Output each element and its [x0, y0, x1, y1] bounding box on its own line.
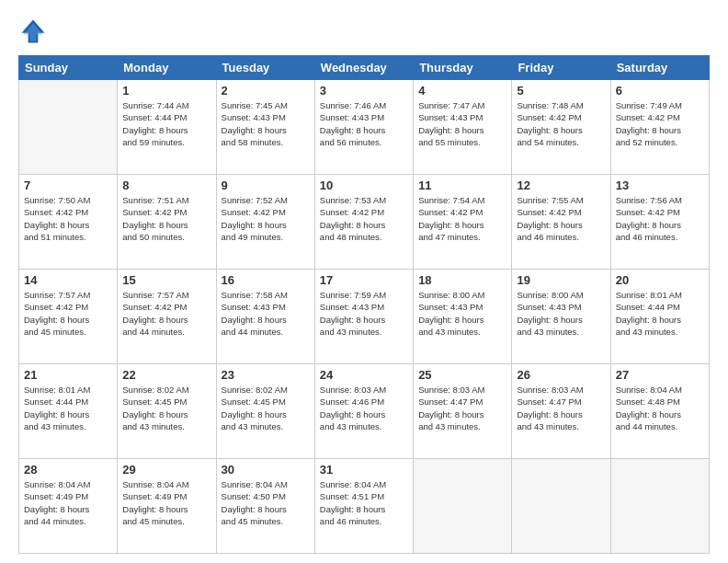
- day-info: Sunrise: 7:53 AM Sunset: 4:42 PM Dayligh…: [320, 194, 408, 243]
- calendar-cell: 13Sunrise: 7:56 AM Sunset: 4:42 PM Dayli…: [610, 175, 709, 270]
- day-number: 6: [616, 84, 704, 98]
- day-number: 5: [517, 84, 605, 98]
- day-info: Sunrise: 7:56 AM Sunset: 4:42 PM Dayligh…: [616, 194, 704, 243]
- week-row-3: 14Sunrise: 7:57 AM Sunset: 4:42 PM Dayli…: [19, 270, 710, 364]
- calendar-cell: 31Sunrise: 8:04 AM Sunset: 4:51 PM Dayli…: [314, 459, 413, 554]
- calendar-cell: 3Sunrise: 7:46 AM Sunset: 4:43 PM Daylig…: [314, 80, 413, 175]
- weekday-header-friday: Friday: [512, 56, 610, 80]
- day-info: Sunrise: 7:47 AM Sunset: 4:43 PM Dayligh…: [418, 99, 506, 148]
- day-number: 26: [517, 368, 605, 382]
- calendar-cell: 7Sunrise: 7:50 AM Sunset: 4:42 PM Daylig…: [19, 175, 118, 270]
- calendar-cell: 18Sunrise: 8:00 AM Sunset: 4:43 PM Dayli…: [414, 270, 512, 364]
- day-info: Sunrise: 7:59 AM Sunset: 4:43 PM Dayligh…: [320, 289, 408, 338]
- day-info: Sunrise: 8:00 AM Sunset: 4:43 PM Dayligh…: [517, 289, 605, 338]
- day-info: Sunrise: 8:03 AM Sunset: 4:46 PM Dayligh…: [320, 384, 408, 432]
- weekday-header-wednesday: Wednesday: [314, 56, 413, 80]
- calendar-cell: 14Sunrise: 7:57 AM Sunset: 4:42 PM Dayli…: [19, 270, 118, 364]
- day-info: Sunrise: 8:04 AM Sunset: 4:49 PM Dayligh…: [24, 478, 112, 527]
- calendar-cell: 16Sunrise: 7:58 AM Sunset: 4:43 PM Dayli…: [216, 270, 314, 364]
- day-info: Sunrise: 8:01 AM Sunset: 4:44 PM Dayligh…: [24, 384, 112, 432]
- day-number: 25: [418, 368, 506, 382]
- calendar-cell: 28Sunrise: 8:04 AM Sunset: 4:49 PM Dayli…: [19, 459, 118, 554]
- week-row-2: 7Sunrise: 7:50 AM Sunset: 4:42 PM Daylig…: [19, 175, 710, 270]
- calendar-cell: [610, 459, 709, 554]
- day-info: Sunrise: 8:04 AM Sunset: 4:49 PM Dayligh…: [122, 478, 210, 527]
- calendar-cell: 24Sunrise: 8:03 AM Sunset: 4:46 PM Dayli…: [314, 364, 413, 459]
- day-number: 12: [517, 178, 605, 192]
- weekday-header-row: SundayMondayTuesdayWednesdayThursdayFrid…: [19, 56, 710, 80]
- calendar-cell: 29Sunrise: 8:04 AM Sunset: 4:49 PM Dayli…: [118, 459, 216, 554]
- day-number: 28: [24, 463, 112, 477]
- calendar-cell: 21Sunrise: 8:01 AM Sunset: 4:44 PM Dayli…: [19, 364, 118, 459]
- calendar-cell: 1Sunrise: 7:44 AM Sunset: 4:44 PM Daylig…: [118, 80, 216, 175]
- day-info: Sunrise: 7:57 AM Sunset: 4:42 PM Dayligh…: [122, 289, 210, 338]
- calendar-cell: 19Sunrise: 8:00 AM Sunset: 4:43 PM Dayli…: [512, 270, 610, 364]
- logo-icon: [18, 17, 48, 46]
- day-info: Sunrise: 7:44 AM Sunset: 4:44 PM Dayligh…: [122, 99, 210, 148]
- day-number: 31: [320, 463, 408, 477]
- week-row-1: 1Sunrise: 7:44 AM Sunset: 4:44 PM Daylig…: [19, 80, 710, 175]
- calendar-cell: 9Sunrise: 7:52 AM Sunset: 4:42 PM Daylig…: [216, 175, 314, 270]
- calendar-cell: 4Sunrise: 7:47 AM Sunset: 4:43 PM Daylig…: [414, 80, 512, 175]
- day-number: 9: [222, 178, 310, 192]
- day-info: Sunrise: 8:04 AM Sunset: 4:50 PM Dayligh…: [222, 478, 310, 527]
- day-info: Sunrise: 8:02 AM Sunset: 4:45 PM Dayligh…: [222, 384, 310, 432]
- calendar-cell: 2Sunrise: 7:45 AM Sunset: 4:43 PM Daylig…: [216, 80, 314, 175]
- day-info: Sunrise: 8:04 AM Sunset: 4:51 PM Dayligh…: [320, 478, 408, 527]
- day-number: 8: [122, 178, 210, 192]
- day-number: 22: [122, 368, 210, 382]
- calendar-cell: 25Sunrise: 8:03 AM Sunset: 4:47 PM Dayli…: [414, 364, 512, 459]
- day-info: Sunrise: 7:54 AM Sunset: 4:42 PM Dayligh…: [418, 194, 506, 243]
- day-number: 20: [616, 273, 704, 287]
- day-number: 13: [616, 178, 704, 192]
- calendar-cell: 12Sunrise: 7:55 AM Sunset: 4:42 PM Dayli…: [512, 175, 610, 270]
- day-info: Sunrise: 8:03 AM Sunset: 4:47 PM Dayligh…: [517, 384, 605, 432]
- week-row-4: 21Sunrise: 8:01 AM Sunset: 4:44 PM Dayli…: [19, 364, 710, 459]
- day-info: Sunrise: 8:04 AM Sunset: 4:48 PM Dayligh…: [616, 384, 704, 432]
- calendar-cell: 26Sunrise: 8:03 AM Sunset: 4:47 PM Dayli…: [512, 364, 610, 459]
- day-info: Sunrise: 8:03 AM Sunset: 4:47 PM Dayligh…: [418, 384, 506, 432]
- weekday-header-tuesday: Tuesday: [216, 56, 314, 80]
- day-info: Sunrise: 7:55 AM Sunset: 4:42 PM Dayligh…: [517, 194, 605, 243]
- calendar-cell: 8Sunrise: 7:51 AM Sunset: 4:42 PM Daylig…: [118, 175, 216, 270]
- day-number: 21: [24, 368, 112, 382]
- calendar-cell: 6Sunrise: 7:49 AM Sunset: 4:42 PM Daylig…: [610, 80, 709, 175]
- day-number: 18: [418, 273, 506, 287]
- weekday-header-thursday: Thursday: [414, 56, 512, 80]
- day-info: Sunrise: 7:49 AM Sunset: 4:42 PM Dayligh…: [616, 99, 704, 148]
- header: [18, 17, 710, 46]
- calendar-cell: 27Sunrise: 8:04 AM Sunset: 4:48 PM Dayli…: [610, 364, 709, 459]
- day-info: Sunrise: 7:51 AM Sunset: 4:42 PM Dayligh…: [122, 194, 210, 243]
- calendar-cell: [512, 459, 610, 554]
- calendar-cell: 5Sunrise: 7:48 AM Sunset: 4:42 PM Daylig…: [512, 80, 610, 175]
- day-number: 4: [418, 84, 506, 98]
- day-number: 2: [222, 84, 310, 98]
- day-info: Sunrise: 7:50 AM Sunset: 4:42 PM Dayligh…: [24, 194, 112, 243]
- day-number: 19: [517, 273, 605, 287]
- day-info: Sunrise: 8:00 AM Sunset: 4:43 PM Dayligh…: [418, 289, 506, 338]
- calendar-cell: 15Sunrise: 7:57 AM Sunset: 4:42 PM Dayli…: [118, 270, 216, 364]
- day-number: 23: [222, 368, 310, 382]
- day-number: 15: [122, 273, 210, 287]
- day-number: 24: [320, 368, 408, 382]
- week-row-5: 28Sunrise: 8:04 AM Sunset: 4:49 PM Dayli…: [19, 459, 710, 554]
- day-info: Sunrise: 7:57 AM Sunset: 4:42 PM Dayligh…: [24, 289, 112, 338]
- calendar-cell: 30Sunrise: 8:04 AM Sunset: 4:50 PM Dayli…: [216, 459, 314, 554]
- day-number: 27: [616, 368, 704, 382]
- day-number: 1: [122, 84, 210, 98]
- calendar-cell: [19, 80, 118, 175]
- day-number: 14: [24, 273, 112, 287]
- day-info: Sunrise: 7:45 AM Sunset: 4:43 PM Dayligh…: [222, 99, 310, 148]
- calendar-cell: 22Sunrise: 8:02 AM Sunset: 4:45 PM Dayli…: [118, 364, 216, 459]
- calendar-cell: 11Sunrise: 7:54 AM Sunset: 4:42 PM Dayli…: [414, 175, 512, 270]
- day-number: 3: [320, 84, 408, 98]
- day-info: Sunrise: 7:46 AM Sunset: 4:43 PM Dayligh…: [320, 99, 408, 148]
- calendar-cell: 17Sunrise: 7:59 AM Sunset: 4:43 PM Dayli…: [314, 270, 413, 364]
- day-info: Sunrise: 8:01 AM Sunset: 4:44 PM Dayligh…: [616, 289, 704, 338]
- calendar-cell: [414, 459, 512, 554]
- svg-marker-1: [23, 23, 42, 41]
- day-number: 7: [24, 178, 112, 192]
- calendar-cell: 20Sunrise: 8:01 AM Sunset: 4:44 PM Dayli…: [610, 270, 709, 364]
- page: SundayMondayTuesdayWednesdayThursdayFrid…: [0, 0, 728, 563]
- day-number: 16: [222, 273, 310, 287]
